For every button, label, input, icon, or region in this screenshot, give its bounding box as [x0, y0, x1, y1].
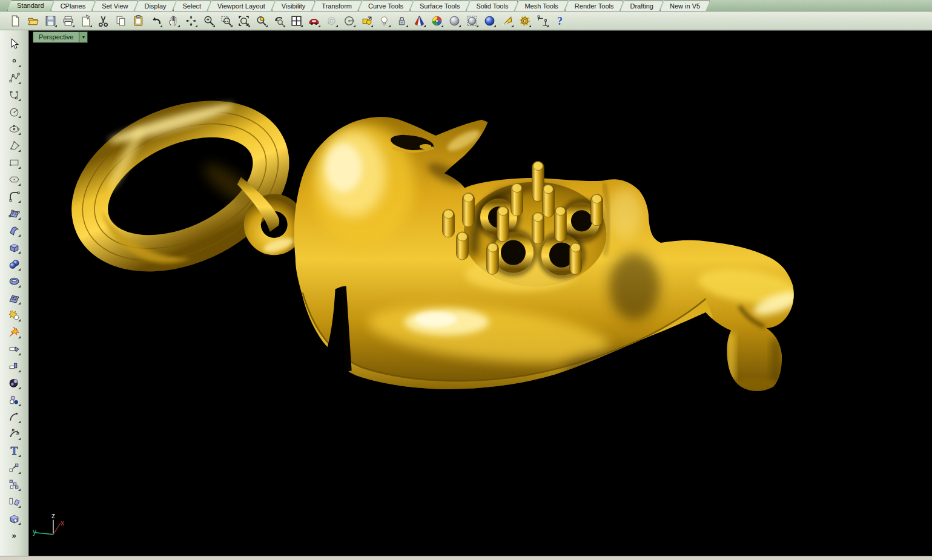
fillet-curve-button[interactable] [6, 188, 22, 204]
rendered-viewport-button[interactable] [429, 13, 445, 28]
rebuild-curve-button[interactable] [6, 426, 22, 441]
help-icon: ? [554, 15, 566, 27]
xray-viewport-button[interactable] [464, 13, 480, 28]
explode-button[interactable] [6, 324, 22, 340]
rotate-camera-button[interactable] [323, 13, 339, 28]
shaded-viewport-button[interactable] [411, 13, 427, 28]
document-properties-button[interactable] [78, 13, 93, 28]
point-button[interactable] [6, 53, 22, 68]
object-color-button[interactable] [6, 392, 22, 407]
tab-drafting[interactable]: Drafting [620, 1, 663, 11]
paste-button[interactable] [130, 13, 146, 28]
axis-gizmo: y z x [33, 512, 64, 536]
undo-button[interactable] [148, 13, 164, 28]
paste-clipboard-icon [132, 15, 145, 27]
more-tools-button[interactable]: » [6, 527, 22, 543]
pointer-arrow-icon [8, 38, 21, 50]
viewport-menu-dropdown[interactable]: ▼ [79, 31, 88, 43]
tab-solid-tools[interactable]: Solid Tools [466, 1, 518, 11]
new-document-button[interactable] [7, 13, 23, 28]
orient-button[interactable] [6, 493, 22, 509]
cut-button[interactable] [95, 13, 111, 28]
tab-standard[interactable]: Standard [7, 0, 54, 11]
tab-transform[interactable]: Transform [312, 1, 362, 11]
main-toolbar: ? [0, 12, 932, 30]
layer-light-button[interactable] [376, 13, 392, 28]
move-button[interactable] [6, 460, 22, 475]
pendant-3d-model: y z x [29, 31, 932, 556]
tab-cplanes[interactable]: CPlanes [51, 1, 96, 11]
interpolate-curve-button[interactable] [6, 87, 22, 102]
arc-button[interactable] [6, 137, 22, 153]
tab-viewport-layout[interactable]: Viewport Layout [208, 1, 275, 11]
open-file-button[interactable] [25, 13, 41, 28]
named-views-button[interactable] [306, 13, 322, 28]
named-cplane-button[interactable] [359, 13, 374, 28]
torus-button[interactable] [6, 273, 22, 289]
print-button[interactable] [60, 13, 76, 28]
copy-icon [114, 15, 127, 27]
tab-select[interactable]: Select [173, 1, 211, 11]
zoom-window-button[interactable] [218, 13, 234, 28]
trimmed-surface-button[interactable] [6, 290, 22, 306]
array-button[interactable] [6, 476, 22, 492]
dimension-button[interactable] [534, 13, 550, 28]
tab-display[interactable]: Display [134, 1, 176, 11]
open-folder-icon [27, 15, 39, 27]
sphere-button[interactable] [6, 256, 22, 272]
cut-scissors-icon [97, 15, 110, 27]
pendant-bail-loop [59, 83, 302, 289]
render-preview-button[interactable] [499, 13, 515, 28]
ghosted-viewport-button[interactable] [446, 13, 462, 28]
circle-button[interactable] [6, 104, 22, 119]
tab-mesh-tools[interactable]: Mesh Tools [515, 1, 567, 11]
svg-text:?: ? [557, 15, 563, 27]
options-button[interactable] [517, 13, 532, 28]
axis-y-label: y [33, 527, 36, 536]
tab-visibility[interactable]: Visibility [272, 1, 316, 11]
solid-edit-button[interactable] [6, 510, 22, 526]
tab-new-in-v5[interactable]: New in V5 [660, 1, 710, 11]
select-button[interactable] [6, 36, 22, 51]
toolbar-tab-bar: Standard CPlanes Set View Display Select… [0, 0, 932, 12]
split-button[interactable] [6, 358, 22, 374]
pan-button[interactable] [165, 13, 181, 28]
render-button[interactable] [481, 13, 497, 28]
control-point-curve-button[interactable] [6, 70, 22, 85]
boolean-difference-button[interactable] [6, 375, 22, 390]
box-button[interactable] [6, 239, 22, 255]
rectangle-button[interactable] [6, 154, 22, 170]
axis-y-line [35, 533, 53, 535]
boolean-union-button[interactable] [6, 307, 22, 323]
viewport-layout-button[interactable] [288, 13, 304, 28]
tab-set-view[interactable]: Set View [92, 1, 137, 11]
zoom-in-button[interactable] [200, 13, 216, 28]
new-document-icon [9, 15, 22, 27]
ellipse-button[interactable] [6, 120, 22, 136]
arc-blend-button[interactable] [6, 409, 22, 424]
axis-x-label: x [61, 519, 64, 527]
tab-curve-tools[interactable]: Curve Tools [359, 1, 413, 11]
undo-view-change-button[interactable] [271, 13, 286, 28]
lock-button[interactable] [394, 13, 409, 28]
help-button[interactable]: ? [552, 13, 567, 28]
polygon-button[interactable] [6, 171, 22, 187]
rotate-view-button[interactable] [183, 13, 199, 28]
viewport-title[interactable]: Perspective [33, 31, 79, 43]
zoom-extents-button[interactable] [236, 13, 251, 28]
viewport-title-bar: Perspective ▼ [33, 31, 88, 43]
tab-surface-tools[interactable]: Surface Tools [410, 1, 469, 11]
trim-button[interactable] [6, 341, 22, 357]
svg-text:T: T [10, 444, 18, 456]
surface-from-points-button[interactable] [6, 205, 22, 221]
status-bar-edge [0, 556, 932, 560]
viewport-perspective[interactable]: Perspective ▼ [28, 30, 932, 556]
surface-patch-button[interactable] [6, 222, 22, 238]
tab-render-tools[interactable]: Render Tools [565, 1, 624, 11]
zoom-selected-button[interactable] [253, 13, 269, 28]
axis-x-line [53, 523, 61, 535]
save-button[interactable] [42, 13, 58, 28]
copy-button[interactable] [113, 13, 128, 28]
text-object-button[interactable]: T [6, 443, 22, 458]
set-cplane-button[interactable] [341, 13, 357, 28]
